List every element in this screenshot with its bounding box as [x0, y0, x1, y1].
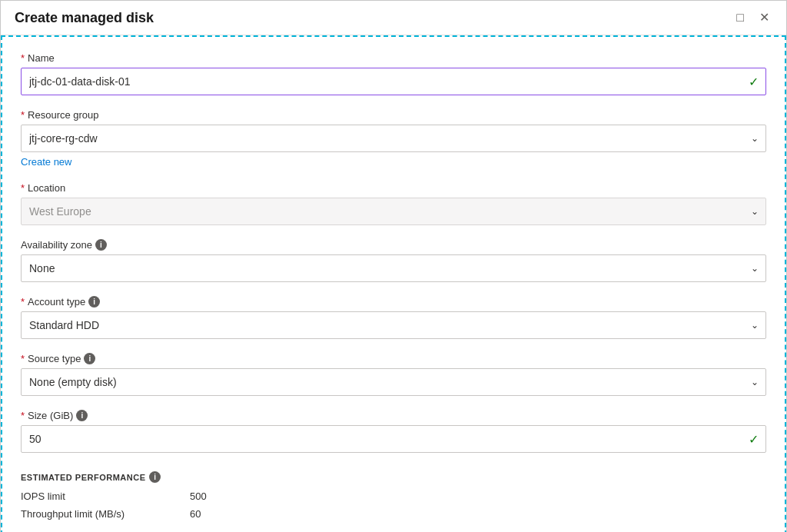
- estimated-performance-section: ESTIMATED PERFORMANCE i IOPS limit 500 T…: [21, 471, 766, 520]
- account-type-label: * Account type i: [21, 296, 766, 308]
- create-managed-disk-dialog: Create managed disk □ ✕ * Name ✓ * Resou…: [0, 0, 787, 532]
- location-required-star: *: [21, 182, 25, 194]
- throughput-label: Throughput limit (MB/s): [21, 508, 190, 520]
- size-input-wrapper: ✓: [21, 425, 766, 453]
- source-type-label: * Source type i: [21, 353, 766, 364]
- location-field-group: * Location West Europe ⌄: [21, 182, 766, 225]
- availability-zone-select-wrapper: None ⌄: [21, 254, 766, 282]
- resource-group-required-star: *: [21, 109, 25, 121]
- resource-group-select-wrapper: jtj-core-rg-cdw ⌄: [21, 125, 766, 152]
- dialog-header: Create managed disk □ ✕: [1, 1, 786, 35]
- resource-group-label: * Resource group: [21, 109, 766, 121]
- size-info-icon[interactable]: i: [76, 410, 88, 421]
- estimated-performance-info-icon[interactable]: i: [149, 471, 161, 483]
- size-input[interactable]: [21, 425, 766, 453]
- account-type-info-icon[interactable]: i: [88, 296, 100, 308]
- name-input-wrapper: ✓: [21, 68, 766, 95]
- dialog-title: Create managed disk: [15, 10, 154, 26]
- source-type-field-group: * Source type i None (empty disk) ⌄: [21, 353, 766, 396]
- size-field-group: * Size (GiB) i ✓: [21, 410, 766, 453]
- source-type-select-wrapper: None (empty disk) ⌄: [21, 368, 766, 396]
- account-type-select-wrapper: Standard HDD ⌄: [21, 311, 766, 339]
- iops-row: IOPS limit 500: [21, 490, 766, 502]
- availability-zone-field-group: Availability zone i None ⌄: [21, 239, 766, 282]
- throughput-value: 60: [190, 508, 201, 520]
- create-new-link[interactable]: Create new: [21, 156, 71, 168]
- throughput-row: Throughput limit (MB/s) 60: [21, 508, 766, 520]
- location-select-wrapper: West Europe ⌄: [21, 198, 766, 225]
- source-type-required-star: *: [21, 353, 25, 364]
- name-field-group: * Name ✓: [21, 52, 766, 95]
- availability-zone-select[interactable]: None: [21, 254, 766, 282]
- iops-value: 500: [190, 490, 207, 502]
- account-type-select[interactable]: Standard HDD: [21, 311, 766, 339]
- account-type-required-star: *: [21, 296, 25, 308]
- size-label: * Size (GiB) i: [21, 410, 766, 421]
- name-label: * Name: [21, 52, 766, 64]
- iops-label: IOPS limit: [21, 490, 190, 502]
- name-input[interactable]: [21, 68, 766, 95]
- source-type-info-icon[interactable]: i: [84, 353, 95, 364]
- header-controls: □ ✕: [732, 8, 774, 27]
- estimated-performance-title: ESTIMATED PERFORMANCE i: [21, 471, 766, 483]
- location-label: * Location: [21, 182, 766, 194]
- minimize-button[interactable]: □: [732, 8, 749, 27]
- account-type-field-group: * Account type i Standard HDD ⌄: [21, 296, 766, 339]
- source-type-select[interactable]: None (empty disk): [21, 368, 766, 396]
- resource-group-field-group: * Resource group jtj-core-rg-cdw ⌄ Creat…: [21, 109, 766, 168]
- availability-zone-label: Availability zone i: [21, 239, 766, 251]
- dialog-body: * Name ✓ * Resource group jtj-core-rg-cd…: [1, 35, 786, 532]
- availability-zone-info-icon[interactable]: i: [95, 239, 107, 251]
- resource-group-select[interactable]: jtj-core-rg-cdw: [21, 125, 766, 152]
- location-select[interactable]: West Europe: [21, 198, 766, 225]
- size-required-star: *: [21, 410, 25, 421]
- name-required-star: *: [21, 52, 25, 64]
- close-button[interactable]: ✕: [755, 8, 774, 27]
